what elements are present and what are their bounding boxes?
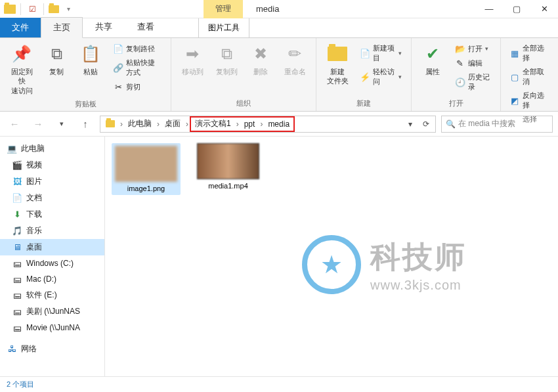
sidebar-item-network-drive-tv[interactable]: 🖴美剧 (\\JunNAS [0, 303, 104, 320]
chevron-right-icon[interactable] [184, 120, 190, 129]
copyto-icon: ⧉ [216, 43, 237, 64]
properties-button[interactable]: ✔ 属性 [417, 41, 448, 97]
breadcrumb-folder3[interactable]: media [264, 118, 293, 131]
separator [20, 3, 21, 15]
select-all-button[interactable]: ▦全部选择 [509, 42, 550, 64]
sidebar-item-this-pc[interactable]: 💻此电脑 [0, 141, 104, 157]
select-invert-button[interactable]: ◩反向选择 [509, 89, 550, 112]
navigation-pane[interactable]: 💻此电脑 🎬视频 🖼图片 📄文档 ⬇下载 🎵音乐 🖥桌面 🖴Windows (C… [0, 137, 105, 376]
music-icon: 🎵 [12, 226, 22, 236]
nav-back-button[interactable]: ← [5, 115, 24, 133]
edit-button[interactable]: ✎编辑 [454, 56, 492, 70]
sidebar-item-drive-c[interactable]: 🖴Windows (C:) [0, 255, 104, 271]
file-item-media1[interactable]: media1.mp4 [194, 143, 263, 190]
pc-icon: 💻 [7, 144, 17, 154]
cut-button[interactable]: ✂剪切 [112, 80, 163, 93]
pin-button[interactable]: 📌 固定到快 速访问 [5, 41, 38, 98]
thumbnail [115, 146, 177, 182]
sidebar-item-drive-e[interactable]: 🖴软件 (E:) [0, 287, 104, 303]
nav-recent-button[interactable]: ▾ [53, 115, 71, 133]
file-item-image1[interactable]: image1.png [112, 143, 181, 195]
rename-button[interactable]: ✏ 重命名 [279, 41, 311, 97]
close-button[interactable]: ✕ [530, 0, 558, 18]
sidebar-item-desktop[interactable]: 🖥桌面 [0, 239, 104, 255]
ribbon-group-organize: ➡ 移动到 ⧉ 复制到 ✖ 删除 ✏ 重命名 组织 [171, 38, 316, 111]
thumbnail [197, 143, 259, 179]
new-item-icon: 📄 [360, 48, 370, 58]
breadcrumb-desktop[interactable]: 桌面 [161, 116, 184, 132]
sidebar-item-network[interactable]: 🖧网络 [0, 341, 104, 357]
new-folder-button[interactable]: 新建 文件夹 [322, 41, 353, 97]
group-label: 新建 [322, 97, 406, 110]
copy-icon: ⧉ [46, 43, 67, 64]
sidebar-item-drive-d[interactable]: 🖴Mac (D:) [0, 271, 104, 287]
history-button[interactable]: 🕘历史记录 [454, 71, 492, 93]
shortcut-icon: 🔗 [113, 62, 123, 73]
address-bar[interactable]: 此电脑 桌面 演示文稿1 ppt media ▾ ⟳ [100, 116, 436, 133]
qat-dropdown-icon[interactable]: ▾ [62, 3, 75, 16]
sidebar-item-pictures[interactable]: 🖼图片 [0, 173, 104, 190]
minimize-button[interactable]: — [475, 0, 503, 18]
copy-path-button[interactable]: 📄复制路径 [112, 42, 163, 55]
rename-icon: ✏ [284, 43, 305, 64]
group-label: 剪贴板 [5, 98, 165, 110]
history-icon: 🕘 [455, 77, 465, 87]
open-button[interactable]: 📂打开▾ [454, 42, 492, 55]
view-tab[interactable]: 查看 [125, 16, 167, 37]
cut-icon: ✂ [113, 81, 123, 92]
select-none-button[interactable]: ▢全部取消 [509, 66, 550, 88]
sidebar-item-music[interactable]: 🎵音乐 [0, 223, 104, 239]
maximize-button[interactable]: ▢ [503, 0, 530, 18]
file-tab[interactable]: 文件 [0, 18, 41, 37]
move-to-button[interactable]: ➡ 移动到 [177, 41, 208, 97]
easy-access-icon: ⚡ [360, 72, 370, 82]
select-all-icon: ▦ [510, 48, 520, 58]
paste-button[interactable]: 📋 粘贴 [75, 41, 106, 98]
home-tab[interactable]: 主页 [41, 17, 83, 38]
refresh-icon[interactable]: ⟳ [418, 116, 434, 132]
copy-to-button[interactable]: ⧉ 复制到 [211, 41, 242, 97]
select-none-icon: ▢ [510, 72, 520, 82]
file-list[interactable]: image1.png media1.mp4 ★ 科技师 www.3kjs.com [105, 137, 558, 376]
network-drive-icon: 🖴 [12, 307, 22, 317]
pictures-icon: 🖼 [12, 177, 22, 187]
search-input[interactable]: 🔍 在 media 中搜索 [441, 116, 553, 133]
window-title: media [256, 4, 279, 14]
address-dropdown-icon[interactable]: ▾ [402, 116, 418, 132]
sidebar-item-video[interactable]: 🎬视频 [0, 157, 104, 173]
nav-up-button[interactable]: ↑ [76, 115, 95, 133]
search-placeholder: 在 media 中搜索 [458, 118, 515, 129]
sidebar-item-network-drive-movie[interactable]: 🖴Movie (\\JunNA [0, 320, 104, 336]
video-icon: 🎬 [12, 160, 22, 171]
quick-access-toolbar: ▾ [0, 3, 79, 16]
chevron-right-icon[interactable] [259, 120, 264, 129]
chevron-right-icon[interactable] [235, 120, 240, 129]
qat-properties-icon[interactable] [26, 3, 39, 16]
star-icon: ★ [320, 250, 343, 279]
breadcrumb-folder1[interactable]: 演示文稿1 [191, 118, 235, 131]
picture-tools-tab[interactable]: 图片工具 [198, 18, 249, 38]
status-bar: 2 个项目 [0, 376, 558, 392]
breadcrumb-this-pc[interactable]: 此电脑 [124, 116, 156, 132]
ribbon-group-new: 新建 文件夹 📄新建项目▾ ⚡轻松访问▾ 新建 [316, 38, 412, 111]
file-name: image1.png [127, 185, 165, 192]
breadcrumb-folder2[interactable]: ppt [240, 118, 259, 131]
paste-icon: 📋 [80, 43, 101, 64]
folder-icon [4, 5, 16, 14]
copy-button[interactable]: ⧉ 复制 [41, 41, 72, 98]
chevron-right-icon[interactable] [119, 120, 124, 129]
share-tab[interactable]: 共享 [83, 16, 125, 37]
nav-forward-button[interactable]: → [29, 115, 47, 133]
delete-button[interactable]: ✖ 删除 [245, 41, 276, 97]
chevron-right-icon[interactable] [156, 120, 161, 129]
item-count: 2 个项目 [7, 380, 34, 389]
new-item-button[interactable]: 📄新建项目▾ [358, 42, 403, 64]
sidebar-item-documents[interactable]: 📄文档 [0, 190, 104, 206]
paste-shortcut-button[interactable]: 🔗粘贴快捷方式 [112, 56, 163, 79]
breadcrumb-icon[interactable] [102, 116, 119, 132]
folder-icon[interactable] [49, 5, 59, 13]
sidebar-item-downloads[interactable]: ⬇下载 [0, 206, 104, 223]
highlighted-path: 演示文稿1 ppt media [190, 116, 295, 132]
easy-access-button[interactable]: ⚡轻松访问▾ [358, 66, 403, 88]
pin-icon: 📌 [11, 43, 32, 64]
